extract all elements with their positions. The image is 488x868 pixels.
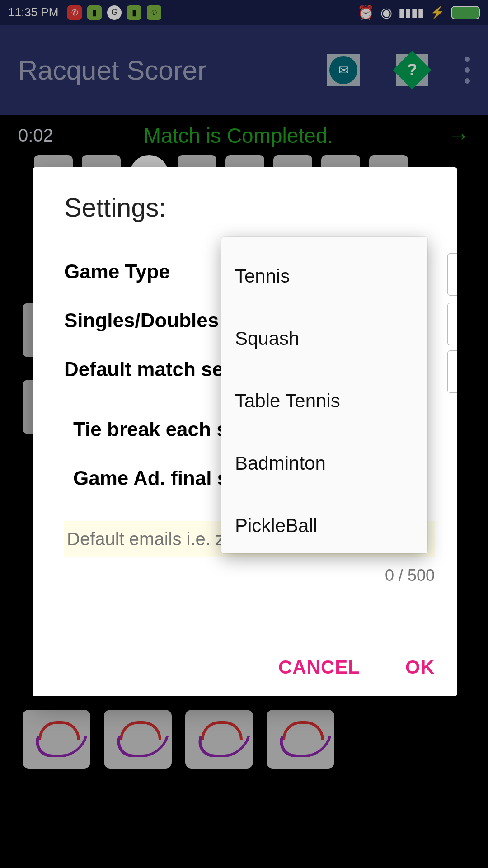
dropdown-option-badminton[interactable]: Badminton — [221, 432, 427, 495]
dropdown-option-squash[interactable]: Squash — [221, 307, 427, 370]
dropdown-option-tennis[interactable]: Tennis — [221, 245, 427, 307]
char-count: 0 / 500 — [64, 566, 435, 585]
dropdown-option-pickleball[interactable]: PickleBall — [221, 495, 427, 557]
dialog-actions: CANCEL OK — [278, 656, 435, 678]
spinner-handle[interactable] — [447, 303, 457, 345]
ok-button[interactable]: OK — [405, 656, 435, 678]
spinner-handle[interactable] — [447, 350, 457, 393]
cancel-button[interactable]: CANCEL — [278, 656, 360, 678]
dropdown-option-table-tennis[interactable]: Table Tennis — [221, 370, 427, 432]
game-type-dropdown: Tennis Squash Table Tennis Badminton Pic… — [221, 237, 427, 553]
spinner-handle[interactable] — [447, 253, 457, 296]
dialog-title: Settings: — [64, 192, 444, 222]
